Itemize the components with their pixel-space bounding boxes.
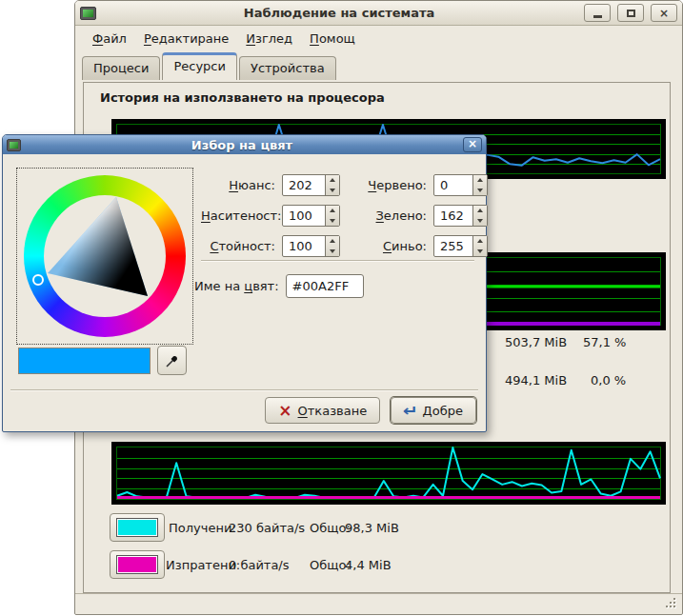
menu-view[interactable]: Изглед	[237, 28, 301, 50]
close-button[interactable]: ×	[651, 4, 677, 22]
dialog-close-icon: ×	[468, 137, 477, 150]
sent-legend-row	[110, 550, 165, 579]
sent-rate: 0 байта/s	[229, 558, 290, 572]
received-label: Получени:	[169, 521, 236, 535]
green-spin-buttons[interactable]	[472, 206, 487, 226]
maximize-button[interactable]	[617, 4, 644, 22]
color-picker-dialog: Избор на цвят ×	[2, 134, 487, 432]
red-spin-buttons[interactable]	[472, 175, 487, 195]
received-color-button[interactable]	[110, 513, 165, 542]
form-separator	[201, 260, 474, 261]
ok-label: Добре	[423, 404, 463, 418]
memory-used-percent: 57,1 %	[583, 335, 626, 349]
red-spinner[interactable]: 0	[433, 174, 488, 196]
sent-color-button[interactable]	[110, 550, 165, 579]
system-monitor-icon	[80, 7, 96, 20]
saturation-spin-buttons[interactable]	[325, 206, 339, 226]
statusbar	[75, 593, 682, 614]
color-form: Нюанс: 202 Червено: 0 Наситеност: 100	[201, 174, 488, 266]
color-name-input[interactable]: #00A2FF	[286, 274, 364, 298]
network-history-chart	[111, 442, 666, 505]
green-spinner[interactable]: 162	[433, 205, 488, 227]
hue-marker[interactable]	[32, 274, 44, 286]
saturation-spinner[interactable]: 100	[282, 205, 340, 227]
current-color-swatch	[18, 348, 151, 374]
minimize-icon	[593, 15, 602, 18]
menu-file[interactable]: Файл	[84, 28, 135, 50]
cpu-heading: История на използването на процесора	[100, 90, 385, 105]
color-name-label: Име на цвят:	[194, 279, 279, 293]
memory-used-value: 503,7 MiB	[505, 335, 567, 349]
hue-label: Нюанс:	[201, 178, 275, 192]
menu-help[interactable]: Помощ	[301, 28, 364, 50]
eyedropper-button[interactable]	[157, 346, 187, 375]
dialog-icon	[7, 139, 21, 151]
main-titlebar[interactable]: Наблюдение на системата ×	[75, 1, 682, 26]
ok-icon: ↵	[403, 404, 418, 418]
color-wheel-frame	[16, 168, 193, 345]
green-label: Зелено:	[366, 209, 427, 223]
close-icon: ×	[659, 7, 669, 20]
swap-used-percent: 0,0 %	[591, 373, 626, 387]
value-spin-buttons[interactable]	[325, 236, 339, 256]
hue-wheel[interactable]	[24, 175, 186, 337]
tab-devices[interactable]: Устройства	[239, 56, 336, 80]
hue-spin-buttons[interactable]	[325, 175, 339, 195]
tab-processes[interactable]: Процеси	[82, 56, 160, 80]
eyedropper-icon	[164, 352, 181, 369]
dialog-titlebar[interactable]: Избор на цвят ×	[3, 135, 486, 154]
minimize-button[interactable]	[584, 4, 611, 22]
dialog-separator	[10, 389, 478, 390]
blue-spinner[interactable]: 255	[433, 235, 488, 257]
blue-label: Синьо:	[366, 239, 427, 253]
hue-spinner[interactable]: 202	[282, 174, 340, 196]
sv-triangle[interactable]	[24, 175, 186, 337]
ok-button[interactable]: ↵ Добре	[391, 397, 476, 424]
received-color-swatch	[117, 519, 157, 536]
received-total: 98,3 MiB	[345, 521, 399, 535]
resize-grip[interactable]	[666, 598, 677, 609]
blue-spin-buttons[interactable]	[472, 236, 487, 256]
maximize-icon	[627, 10, 635, 17]
received-legend-row	[110, 513, 165, 542]
value-label: Стойност:	[201, 239, 275, 253]
value-spinner[interactable]: 100	[282, 235, 340, 257]
dialog-title: Избор на цвят	[25, 138, 459, 152]
dialog-close-button[interactable]: ×	[463, 137, 482, 152]
cancel-label: Отказване	[298, 404, 368, 418]
tab-resources[interactable]: Ресурси	[162, 52, 237, 80]
cancel-button[interactable]: × Отказване	[265, 397, 380, 424]
red-label: Червено:	[366, 178, 427, 192]
window-title: Наблюдение на системата	[101, 6, 577, 20]
menubar: Файл Редактиране Изглед Помощ	[75, 26, 682, 51]
saturation-label: Наситеност:	[201, 209, 275, 223]
tabstrip: Процеси Ресурси Устройства	[75, 51, 682, 80]
received-rate: 230 байта/s	[229, 521, 305, 535]
swap-used-value: 494,1 MiB	[505, 373, 567, 387]
menu-edit[interactable]: Редактиране	[135, 28, 237, 50]
sent-color-swatch	[117, 556, 157, 573]
cancel-icon: ×	[278, 404, 291, 418]
sent-total: 4,4 MiB	[345, 558, 392, 572]
